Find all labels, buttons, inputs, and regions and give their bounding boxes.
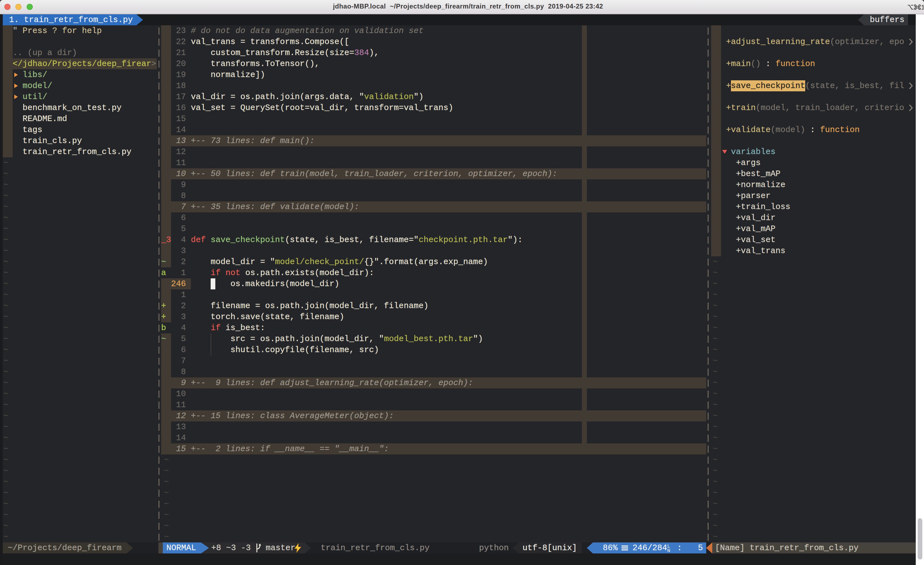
svg-text:1: 1 [921, 4, 924, 11]
